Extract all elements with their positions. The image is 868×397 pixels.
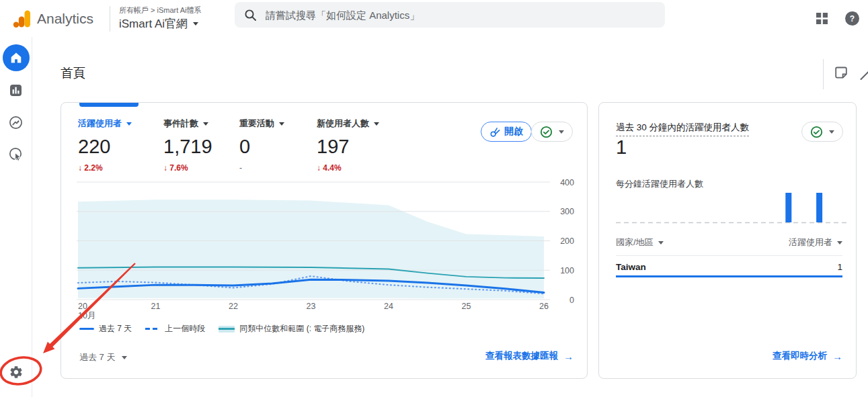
solid-line-swatch-icon (79, 328, 94, 330)
realtime-report-link[interactable]: 查看即時分析 → (773, 350, 842, 362)
metric-active-users: 活躍使用者 220 ↓ 2.2% (78, 118, 163, 173)
customize-report-button[interactable] (859, 65, 868, 81)
legend-label: 上一個時段 (165, 323, 205, 335)
check-circle-icon (540, 126, 553, 138)
metric-label: 事件計數 (163, 118, 198, 130)
metric-delta: ↓ 7.6% (163, 163, 239, 173)
svg-text:400: 400 (560, 178, 574, 187)
benchmarking-enable-button[interactable]: 開啟 (481, 122, 532, 142)
per-minute-label: 每分鐘活躍使用者人數 (616, 178, 703, 190)
arrow-right-icon: → (563, 351, 574, 362)
metric-value: 220 (78, 136, 163, 158)
svg-text:0: 0 (569, 296, 574, 305)
sidebar-item-advertising[interactable] (0, 138, 32, 171)
metric-value: 1,719 (163, 136, 239, 158)
band-swatch-icon (219, 326, 235, 333)
dimension-column-label: 國家/地區 (616, 236, 654, 249)
search-icon (244, 9, 257, 21)
chevron-down-icon (658, 241, 664, 245)
table-divider (616, 255, 842, 256)
metric-delta: ↓ 4.4% (317, 163, 418, 173)
svg-text:20: 20 (78, 302, 87, 311)
realtime-table-header: 國家/地區 活躍使用者 (616, 236, 842, 249)
chart-legend: 過去 7 天 上一個時段 同類中位數和範圍 (: 電子商務服務) (79, 323, 364, 335)
data-quality-button[interactable] (801, 122, 843, 142)
legend-label: 同類中位數和範圍 (: 電子商務服務) (239, 323, 364, 335)
reports-snapshot-link[interactable]: 查看報表數據匯報 → (485, 350, 574, 362)
diagnostics-grid-icon[interactable] (816, 12, 828, 25)
help-glyph: ? (850, 14, 855, 24)
sidebar-item-reports[interactable] (0, 74, 32, 106)
svg-text:22: 22 (229, 302, 238, 311)
country-cell: Taiwan (616, 262, 646, 272)
topbar-actions: ? (816, 0, 868, 37)
svg-text:200: 200 (560, 236, 574, 246)
metric-selector[interactable]: 重要活動 (239, 118, 317, 130)
header-divider (110, 6, 110, 32)
metric-label: 新使用者人數 (317, 118, 369, 130)
svg-text:25: 25 (462, 302, 471, 311)
svg-text:24: 24 (384, 302, 393, 311)
analytics-logo-icon (13, 9, 31, 28)
metric-value: 0 (239, 136, 317, 158)
svg-text:10月: 10月 (78, 311, 95, 320)
breadcrumb: 所有帳戶 > iSmart Ai體系 (119, 5, 202, 15)
arrow-right-icon: → (832, 351, 842, 362)
metric-selector[interactable]: 活躍使用者 (789, 236, 842, 249)
metrics-row: 活躍使用者 220 ↓ 2.2% 事件計數 1,719 ↓ 7.6% (78, 118, 418, 173)
dashed-line-swatch-icon (145, 328, 160, 330)
metric-delta: - (239, 163, 317, 173)
card-tab-indicator (79, 103, 139, 107)
users-cell: 1 (837, 262, 842, 272)
search-input[interactable] (266, 9, 656, 21)
sidebar-item-explore[interactable] (0, 106, 32, 138)
chevron-down-icon (374, 122, 379, 126)
search-bar[interactable] (235, 2, 665, 28)
svg-text:26: 26 (539, 302, 549, 311)
feedback-note-button[interactable] (834, 65, 849, 80)
account-switcher[interactable]: 所有帳戶 > iSmart Ai體系 iSmart Ai官網 (119, 5, 202, 32)
row-value-bar (616, 275, 842, 277)
page-title: 首頁 (61, 64, 85, 81)
dimension-selector[interactable]: 國家/地區 (616, 236, 664, 249)
svg-text:21: 21 (151, 302, 161, 311)
svg-text:23: 23 (307, 302, 316, 311)
metric-selector[interactable]: 事件計數 (163, 118, 239, 130)
metric-selector[interactable]: 活躍使用者 (78, 118, 163, 130)
chevron-down-icon (203, 122, 208, 126)
chevron-down-icon (837, 241, 842, 245)
metric-new-users: 新使用者人數 197 ↓ 4.4% (317, 118, 418, 173)
note-icon (834, 65, 849, 80)
chevron-down-icon (559, 130, 564, 134)
metric-selector[interactable]: 新使用者人數 (317, 118, 418, 130)
sidebar-item-settings[interactable] (0, 365, 32, 380)
date-range-label: 過去 7 天 (79, 351, 115, 363)
analytics-logo[interactable]: Analytics (0, 9, 110, 28)
chevron-down-icon (126, 122, 132, 126)
realtime-title[interactable]: 過去 30 分鐘內的活躍使用者人數 (616, 122, 749, 136)
legend-label: 過去 7 天 (99, 323, 132, 335)
chevron-down-icon (122, 356, 127, 359)
analytics-app: Analytics 所有帳戶 > iSmart Ai體系 iSmart Ai官網 (0, 0, 868, 397)
sidebar-item-home[interactable] (0, 42, 32, 74)
realtime-card: 過去 30 分鐘內的活躍使用者人數 1 每分鐘活躍使用者人數 國家/地區 活躍使… (598, 102, 857, 379)
metric-column-label: 活躍使用者 (789, 236, 832, 249)
home-active-bubble (3, 44, 30, 71)
product-name: Analytics (37, 11, 93, 27)
svg-text:100: 100 (560, 266, 574, 275)
medal-icon (489, 126, 500, 137)
chevron-down-icon (279, 122, 284, 126)
date-range-selector[interactable]: 過去 7 天 (79, 351, 127, 363)
realtime-sparkline (616, 190, 847, 229)
property-name: iSmart Ai官網 (119, 16, 188, 32)
metric-delta: ↓ 2.2% (78, 163, 163, 173)
metric-event-count: 事件計數 1,719 ↓ 7.6% (163, 118, 239, 173)
data-quality-button[interactable] (531, 122, 573, 142)
reports-snapshot-label: 查看報表數據匯報 (485, 350, 558, 362)
bar-chart-icon (9, 84, 22, 97)
main-content: 首頁 活躍使用者 220 (32, 37, 868, 397)
legend-item-previous: 上一個時段 (145, 323, 205, 335)
help-icon[interactable]: ? (845, 11, 859, 26)
metric-label: 重要活動 (239, 118, 274, 130)
home-overview-card: 活躍使用者 220 ↓ 2.2% 事件計數 1,719 ↓ 7.6% (61, 102, 588, 379)
